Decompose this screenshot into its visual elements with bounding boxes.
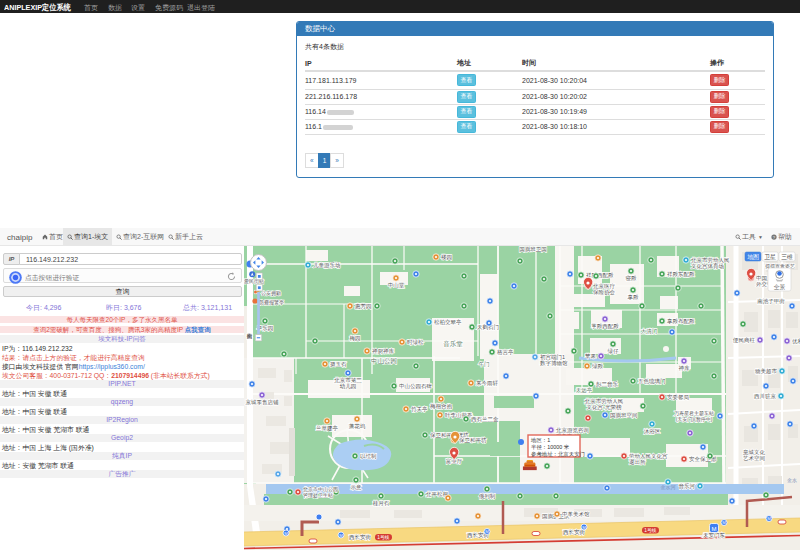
svg-text:掌殿西配殿: 掌殿西配殿 bbox=[591, 323, 619, 330]
svg-text:M: M bbox=[284, 531, 288, 536]
svg-text:竹夫亭: 竹夫亭 bbox=[411, 406, 428, 412]
svg-text:天安门东: 天安门东 bbox=[703, 532, 726, 538]
svg-text:中革美术馆: 中革美术馆 bbox=[562, 511, 590, 518]
svg-text:儿童游乐场: 儿童游乐场 bbox=[313, 262, 341, 269]
svg-text:M: M bbox=[712, 526, 717, 532]
svg-text:绿殿: 绿殿 bbox=[592, 363, 604, 369]
svg-text:艺术空间: 艺术空间 bbox=[743, 455, 765, 462]
svg-text:五色琉璃门: 五色琉璃门 bbox=[638, 378, 666, 385]
svg-text:文化宫-光荣榜: 文化宫-光荣榜 bbox=[587, 404, 622, 411]
svg-text:国旗班空间: 国旗班空间 bbox=[610, 412, 638, 419]
svg-text:梅相合抱: 梅相合抱 bbox=[429, 403, 453, 410]
svg-text:中山公园: 中山公园 bbox=[371, 357, 397, 364]
svg-text:保卫和平坊: 保卫和平坊 bbox=[459, 437, 487, 444]
svg-text:惠芳园: 惠芳园 bbox=[354, 303, 372, 310]
svg-text:彭三音乐: 彭三音乐 bbox=[596, 381, 619, 388]
svg-text:梅园: 梅园 bbox=[349, 335, 361, 342]
svg-text:中山堂: 中山堂 bbox=[388, 282, 405, 289]
svg-text:北平松相: 北平松相 bbox=[425, 491, 448, 498]
svg-text:午门: 午门 bbox=[479, 361, 490, 367]
svg-text:西川驻京: 西川驻京 bbox=[754, 393, 777, 400]
svg-text:格言亭: 格言亭 bbox=[496, 349, 514, 356]
svg-text:京城零售店铺: 京城零售店铺 bbox=[246, 399, 280, 406]
svg-text:天远亭: 天远亭 bbox=[576, 387, 593, 393]
svg-text:1号线: 1号线 bbox=[377, 535, 389, 540]
svg-text:楼园: 楼园 bbox=[441, 254, 452, 261]
svg-text:数字博物馆: 数字博物馆 bbox=[540, 360, 568, 367]
svg-text:祥殿东配殿: 祥殿东配殿 bbox=[667, 271, 695, 278]
svg-text:M: M bbox=[582, 525, 586, 530]
svg-text:绿仔: 绿仔 bbox=[608, 348, 620, 355]
svg-text:安委馨局: 安委馨局 bbox=[667, 394, 690, 401]
svg-text:M: M bbox=[339, 533, 343, 538]
svg-text:示意: 示意 bbox=[351, 484, 363, 490]
svg-text:M: M bbox=[767, 516, 771, 521]
svg-text:卫星: 卫星 bbox=[764, 253, 776, 260]
svg-text:优利晚餐: 优利晚餐 bbox=[792, 338, 800, 345]
svg-text:中山公园石碑: 中山公园石碑 bbox=[399, 383, 433, 390]
svg-text:西长安街: 西长安街 bbox=[563, 529, 586, 536]
svg-text:地图: 地图 bbox=[747, 253, 759, 261]
svg-text:文化宫体育场: 文化宫体育场 bbox=[691, 263, 724, 270]
svg-text:南池子甲街: 南池子甲街 bbox=[757, 298, 785, 305]
svg-text:物美超市: 物美超市 bbox=[755, 368, 778, 375]
svg-text:大清门: 大清门 bbox=[641, 328, 658, 335]
svg-text:来今雨轩: 来今雨轩 bbox=[476, 380, 499, 386]
svg-text:全景: 全景 bbox=[774, 284, 786, 290]
svg-text:时绿松: 时绿松 bbox=[407, 339, 424, 345]
svg-text:便民商柱: 便民商柱 bbox=[732, 337, 756, 344]
svg-text:保险协会: 保险协会 bbox=[593, 289, 616, 296]
svg-text:寝殿: 寝殿 bbox=[626, 275, 638, 282]
svg-text:三维: 三维 bbox=[781, 254, 793, 260]
svg-text:M: M bbox=[485, 529, 489, 534]
svg-text:苹果: 苹果 bbox=[585, 353, 597, 359]
svg-text:桂月石: 桂月石 bbox=[372, 500, 390, 507]
svg-text:防霾报警亭: 防霾报警亭 bbox=[259, 299, 284, 306]
svg-text:俄列制: 俄列制 bbox=[479, 493, 496, 500]
svg-text:神库: 神库 bbox=[679, 365, 691, 371]
svg-text:兰草建亭: 兰草建亭 bbox=[316, 425, 338, 432]
svg-text:退出所: 退出所 bbox=[629, 458, 646, 465]
svg-text:音乐河: 音乐河 bbox=[679, 483, 696, 490]
svg-text:西石兰三金: 西石兰三金 bbox=[471, 416, 499, 423]
svg-text:1号线: 1号线 bbox=[644, 528, 656, 533]
svg-text:西长安街: 西长安街 bbox=[349, 534, 372, 541]
svg-text:音乐堂: 音乐堂 bbox=[443, 340, 463, 348]
svg-text:藩花坞: 藩花坞 bbox=[349, 423, 366, 430]
svg-text:享殿布配殿: 享殿布配殿 bbox=[667, 318, 695, 325]
svg-text:以坛制: 以坛制 bbox=[360, 453, 377, 459]
svg-text:M: M bbox=[722, 520, 726, 525]
svg-text:沐浴区: 沐浴区 bbox=[644, 428, 661, 435]
svg-text:半径：10000 米: 半径：10000 米 bbox=[531, 444, 570, 450]
svg-text:神厨神库: 神厨神库 bbox=[372, 348, 395, 354]
svg-text:松柏交翠亭: 松柏交翠亭 bbox=[434, 319, 462, 326]
svg-text:管理处卫生站: 管理处卫生站 bbox=[303, 492, 333, 499]
svg-text:幼儿园: 幼儿园 bbox=[340, 383, 357, 390]
svg-text:公安拥勤: 公安拥勤 bbox=[261, 290, 281, 297]
svg-text:参考地址：北京天安门: 参考地址：北京天安门 bbox=[531, 451, 585, 458]
svg-text:金水: 金水 bbox=[787, 477, 797, 483]
svg-text:摄玉石: 摄玉石 bbox=[330, 361, 347, 368]
svg-text:(天安门)(暂停中): (天安门)(暂停中) bbox=[676, 416, 713, 423]
svg-text:国旗班卫国: 国旗班卫国 bbox=[519, 246, 547, 253]
svg-text:地区：1: 地区：1 bbox=[530, 437, 550, 443]
svg-text:享殿: 享殿 bbox=[628, 294, 640, 300]
